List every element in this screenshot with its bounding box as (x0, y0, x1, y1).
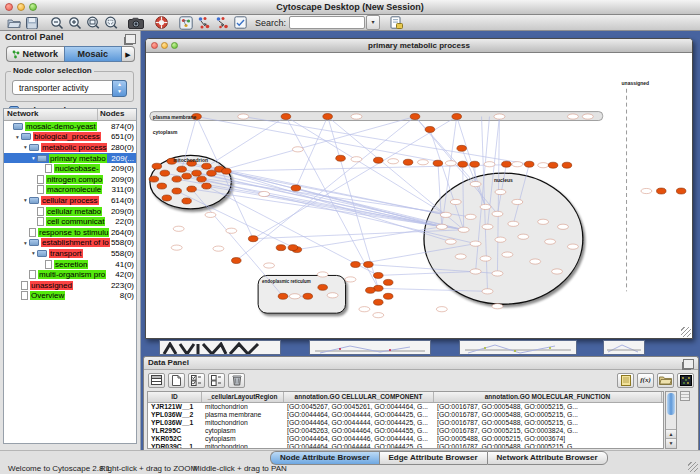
zoom-in-icon[interactable] (66, 15, 84, 30)
expand-arrow-icon[interactable]: ▾ (30, 155, 37, 161)
tree-row-15[interactable]: unassigned223(0) (4, 280, 136, 291)
data-panel: Data Panel f(x) ID_cellularLayoutRegiona… (143, 356, 699, 450)
save-icon[interactable] (23, 15, 41, 30)
network-minimize-button[interactable] (161, 42, 168, 49)
function-builder-icon[interactable]: f(x) (637, 373, 654, 388)
window-resize-grip[interactable] (688, 462, 698, 472)
zoom-out-icon[interactable] (48, 15, 66, 30)
folder-icon (29, 144, 39, 151)
zoom-selected-icon[interactable] (102, 15, 120, 30)
column-header-1[interactable]: _cellularLayoutRegion (202, 392, 284, 402)
tree-row-3[interactable]: ▾primary metabo209(... (4, 153, 136, 164)
tree-row-16[interactable]: Overview8(0) (4, 291, 136, 302)
search-field: ▾ (289, 15, 380, 30)
data-panel-title[interactable]: Data Panel (144, 357, 698, 370)
open-icon[interactable] (5, 15, 23, 30)
tab-network[interactable]: Network (6, 46, 64, 62)
label-nucleus: nucleus (494, 178, 513, 183)
column-header-0[interactable]: ID (148, 392, 202, 402)
layout-icon-2[interactable] (213, 15, 231, 30)
tree-row-7[interactable]: ▾cellular process614(0) (4, 195, 136, 206)
tree-column-network[interactable]: Network (4, 109, 98, 120)
table-row[interactable]: YLR295Ccytoplasm[GO:0045263, GO:0044464,… (148, 427, 663, 435)
tree-row-13[interactable]: secretion41(0) (4, 259, 136, 270)
tree-row-count: 22(0) (115, 217, 136, 226)
background-window-1[interactable] (159, 340, 281, 355)
node-color-select[interactable]: transporter activity ▲▼ (12, 80, 127, 95)
file-icon (45, 260, 52, 269)
tab-mosaic[interactable]: Mosaic (64, 46, 123, 62)
help-icon[interactable] (152, 15, 170, 30)
new-attribute-icon[interactable] (168, 373, 185, 388)
float-panel-icon[interactable] (125, 34, 136, 44)
attribute-batch-icon[interactable] (387, 15, 405, 30)
zoom-fit-icon[interactable] (84, 15, 102, 30)
import-attributes-icon[interactable] (657, 373, 674, 388)
tree-row-count: 209(... (111, 154, 136, 163)
table-row[interactable]: YPL036W__1mitochondrion[GO:0044464, GO:0… (148, 419, 663, 427)
unselect-all-attributes-icon[interactable] (208, 373, 225, 388)
expand-arrow-icon[interactable]: ▾ (22, 240, 29, 246)
network-view-window[interactable]: primary metabolic process (145, 38, 693, 339)
background-window-3[interactable] (459, 340, 577, 355)
table-row[interactable]: YKR052Ccytoplasm[GO:0044464, GO:0044446,… (148, 435, 663, 443)
tree-row-11[interactable]: ▾establishment of lo558(0) (4, 238, 136, 249)
annotation-icon[interactable] (231, 15, 249, 30)
network-canvas[interactable]: plasma membrane cytoplasm mitochondrion … (146, 53, 692, 338)
tree-row-count: 558(0) (111, 249, 136, 258)
notepad-icon[interactable] (617, 373, 634, 388)
layout-icon-1[interactable] (195, 15, 213, 30)
select-all-attributes-icon[interactable] (188, 373, 205, 388)
table-cell: [GO:0016787, GO:0005488, GO:0005215, G..… (434, 403, 662, 411)
tree-row-5[interactable]: nitrogen compo209(0) (4, 174, 136, 185)
window-titlebar[interactable]: Cytoscape Desktop (New Session) (0, 0, 700, 15)
table-row[interactable]: YPL036W__2plasma membrane[GO:0044464, GO… (148, 411, 663, 419)
network-close-button[interactable] (151, 42, 158, 49)
network-resize-grip[interactable] (681, 327, 691, 337)
tree-row-label: nucleobase- (54, 164, 100, 173)
network-overview-icon[interactable] (177, 15, 195, 30)
tree-row-14[interactable]: multi-organism pro42(0) (4, 269, 136, 280)
scrollbar-thumb[interactable] (667, 393, 675, 415)
network-zoom-button[interactable] (171, 42, 178, 49)
tree-row-2[interactable]: ▾metabolic process280(0) (4, 142, 136, 153)
expand-arrow-icon[interactable]: ▾ (30, 250, 37, 256)
network-window-titlebar[interactable]: primary metabolic process (146, 39, 692, 53)
table-options-icon[interactable] (680, 391, 690, 401)
tab-node-attribute-browser[interactable]: Node Attribute Browser (270, 451, 379, 465)
tree-column-nodes[interactable]: Nodes (98, 109, 136, 120)
background-window-2[interactable] (309, 340, 431, 355)
tab-network-attribute-browser[interactable]: Network Attribute Browser (487, 451, 608, 465)
tree-row-label: primary metabo (49, 154, 107, 163)
data-panel-float-icon[interactable] (683, 359, 694, 369)
table-scrollbar[interactable]: ▲ ▼ (665, 391, 677, 449)
background-window-4[interactable] (603, 340, 645, 355)
column-header-2[interactable]: annotation.GO CELLULAR_COMPONENT (284, 392, 434, 402)
column-header-3[interactable]: annotation.GO MOLECULAR_FUNCTION (434, 392, 662, 402)
expand-arrow-icon[interactable]: ▾ (14, 134, 21, 140)
tree-row-6[interactable]: macromolecule311(0) (4, 185, 136, 196)
region-plasma-membrane (150, 112, 603, 121)
tree-row-10[interactable]: response to stimulu264(0) (4, 227, 136, 238)
expand-arrow-icon[interactable]: ▾ (22, 197, 29, 203)
snapshot-icon[interactable] (127, 15, 145, 30)
matrix-icon[interactable] (677, 373, 694, 388)
scroll-down-icon[interactable]: ▼ (666, 438, 676, 448)
combo-stepper-icon[interactable]: ▲▼ (112, 80, 127, 97)
table-icon[interactable] (148, 373, 165, 388)
tree-row-0[interactable]: mosaic-demo-yeast874(0) (4, 121, 136, 132)
tree-row-9[interactable]: cell communicat22(0) (4, 216, 136, 227)
search-input[interactable] (289, 16, 365, 29)
tree-row-12[interactable]: ▾transport558(0) (4, 248, 136, 259)
table-row[interactable]: YJR121W__1mitochondrion[GO:0045267, GO:0… (148, 403, 663, 411)
tab-edge-attribute-browser[interactable]: Edge Attribute Browser (379, 451, 487, 465)
search-dropdown-button[interactable]: ▾ (366, 15, 380, 30)
tree-row-label: establishment of lo (41, 238, 110, 247)
tab-overflow-button[interactable]: ▶ (122, 46, 135, 62)
tree-row-1[interactable]: ▾biological_process651(0) (4, 132, 136, 143)
expand-arrow-icon[interactable]: ▾ (22, 144, 29, 150)
delete-attribute-icon[interactable] (228, 373, 245, 388)
tree-row-8[interactable]: cellular metabo209(0) (4, 206, 136, 217)
tree-row-4[interactable]: nucleobase-209(0) (4, 163, 136, 174)
table-row[interactable]: YDR039C__1mitochondrion[GO:0044464, GO:0… (148, 443, 663, 449)
